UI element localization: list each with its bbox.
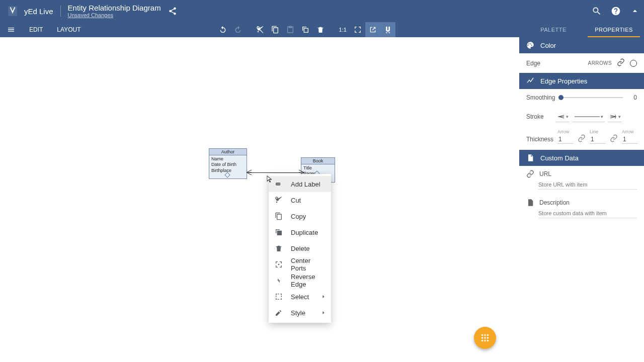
arrows-label: ARROWS <box>588 60 612 66</box>
svg-point-12 <box>484 340 486 342</box>
ctx-add-label[interactable]: Add Label <box>269 176 331 192</box>
fab-button[interactable] <box>474 327 496 349</box>
target-arrow-select[interactable]: ▾ <box>608 111 622 122</box>
ctx-reverse-edge[interactable]: Reverse Edge <box>269 273 331 289</box>
undo-button[interactable] <box>215 22 230 37</box>
workspace: Author Name Date of Birth Birthplace Boo… <box>0 37 644 362</box>
smoothing-slider[interactable] <box>561 97 623 98</box>
paste-button[interactable] <box>283 22 298 37</box>
label-icon <box>275 180 283 188</box>
ctx-duplicate[interactable]: Duplicate <box>269 224 331 240</box>
line-thickness-input[interactable] <box>590 135 606 144</box>
svg-point-10 <box>487 337 489 339</box>
ctx-center-ports[interactable]: Center Ports <box>269 256 331 273</box>
palette-tab[interactable]: PALETTE <box>523 22 584 37</box>
svg-point-6 <box>484 334 486 336</box>
entity-attr: Name <box>211 156 245 162</box>
color-swatch[interactable] <box>630 60 637 67</box>
apps-icon <box>479 332 491 343</box>
url-row: URL <box>519 166 644 179</box>
smoothing-row: Smoothing 0 <box>519 89 644 106</box>
edge-author-book[interactable] <box>248 172 300 173</box>
link-chain-icon[interactable] <box>610 134 618 144</box>
ctx-delete[interactable]: Delete <box>269 240 331 256</box>
entity-attr: Date of Birth <box>211 162 245 167</box>
edit-menu[interactable]: EDIT <box>22 22 50 37</box>
edge-label: Edge <box>526 60 588 67</box>
help-icon[interactable] <box>611 6 621 16</box>
style-icon <box>275 309 283 317</box>
url-input[interactable] <box>538 180 637 190</box>
redo-button[interactable] <box>230 22 246 37</box>
section-custom-data-header[interactable]: Custom Data <box>519 150 644 166</box>
description-input[interactable] <box>538 209 637 218</box>
link-icon <box>526 170 534 178</box>
svg-point-1 <box>277 184 278 185</box>
doc-title-block[interactable]: Entity Relationship Diagram Unsaved Chan… <box>68 4 161 19</box>
snap-toggle[interactable] <box>380 22 395 37</box>
section-color-header[interactable]: Color <box>519 37 644 53</box>
delete-button[interactable] <box>313 22 328 37</box>
stroke-row: Stroke ▾ ▾ ▾ <box>519 106 644 127</box>
line-style-select[interactable]: ▾ <box>573 111 605 122</box>
thickness-label: Thickness <box>526 136 553 144</box>
document-icon <box>526 154 534 162</box>
context-menu: Add Label Cut Copy Duplicate Delete Cent… <box>269 174 331 323</box>
submenu-arrow-icon <box>321 310 326 315</box>
ctx-cut[interactable]: Cut <box>269 192 331 208</box>
thickness-row: Thickness Arrow Line Arrow <box>519 127 644 150</box>
svg-point-11 <box>481 340 484 342</box>
orthogonal-edges-toggle[interactable] <box>365 22 380 37</box>
entity-book-header: Book <box>301 158 335 164</box>
palette-icon <box>526 41 534 49</box>
svg-point-13 <box>487 340 489 342</box>
svg-point-7 <box>487 334 489 336</box>
source-arrow-select[interactable]: ▾ <box>555 111 570 122</box>
svg-point-3 <box>279 184 280 185</box>
collapse-icon[interactable] <box>630 6 640 16</box>
share-icon[interactable] <box>168 7 177 16</box>
duplicate-button[interactable] <box>298 22 313 37</box>
canvas[interactable]: Author Name Date of Birth Birthplace Boo… <box>0 37 519 362</box>
svg-point-5 <box>481 334 484 336</box>
unsaved-changes-link[interactable]: Unsaved Changes <box>68 12 161 19</box>
zoom-reset-button[interactable]: 1:1 <box>335 22 350 37</box>
entity-author-header: Author <box>209 149 247 155</box>
duplicate-icon <box>275 228 283 236</box>
description-row: Description <box>519 195 644 208</box>
copy-button[interactable] <box>268 22 283 37</box>
section-edge-props-header[interactable]: Edge Properties <box>519 73 644 89</box>
stroke-label: Stroke <box>526 113 552 120</box>
link-icon[interactable] <box>617 58 625 68</box>
layout-menu[interactable]: LAYOUT <box>50 22 88 37</box>
entity-attr: Title <box>303 165 333 171</box>
doc-title: Entity Relationship Diagram <box>68 4 161 12</box>
tgt-arrow-thickness-input[interactable] <box>622 135 638 144</box>
hamburger-menu-button[interactable] <box>0 22 22 37</box>
submenu-arrow-icon <box>321 294 326 299</box>
cut-button[interactable] <box>253 22 268 37</box>
toolbar: EDIT LAYOUT 1:1 PALETTE PROPERTIES <box>0 22 644 37</box>
select-icon <box>275 293 283 301</box>
ctx-style[interactable]: Style <box>269 305 331 321</box>
svg-point-2 <box>278 184 279 185</box>
trash-icon <box>275 244 283 252</box>
edge-arrows-row: Edge ARROWS <box>519 53 644 73</box>
link-chain-icon[interactable] <box>578 134 586 144</box>
titlebar: yEd Live Entity Relationship Diagram Uns… <box>0 0 644 22</box>
search-icon[interactable] <box>592 6 602 16</box>
properties-tab[interactable]: PROPERTIES <box>584 22 644 37</box>
src-arrow-thickness-input[interactable] <box>557 135 574 144</box>
properties-panel: Color Edge ARROWS Edge Properties Smooth… <box>519 37 644 362</box>
edge-props-icon <box>526 77 534 85</box>
fit-content-button[interactable] <box>350 22 365 37</box>
svg-point-9 <box>484 337 486 339</box>
crowsfoot-left-icon <box>246 169 253 176</box>
mouse-cursor-icon <box>266 174 274 184</box>
smoothing-label: Smoothing <box>526 94 555 101</box>
smoothing-value: 0 <box>629 94 637 101</box>
ctx-select[interactable]: Select <box>269 289 331 305</box>
ctx-copy[interactable]: Copy <box>269 208 331 224</box>
reverse-edge-icon <box>275 277 283 285</box>
cut-icon <box>275 196 283 204</box>
